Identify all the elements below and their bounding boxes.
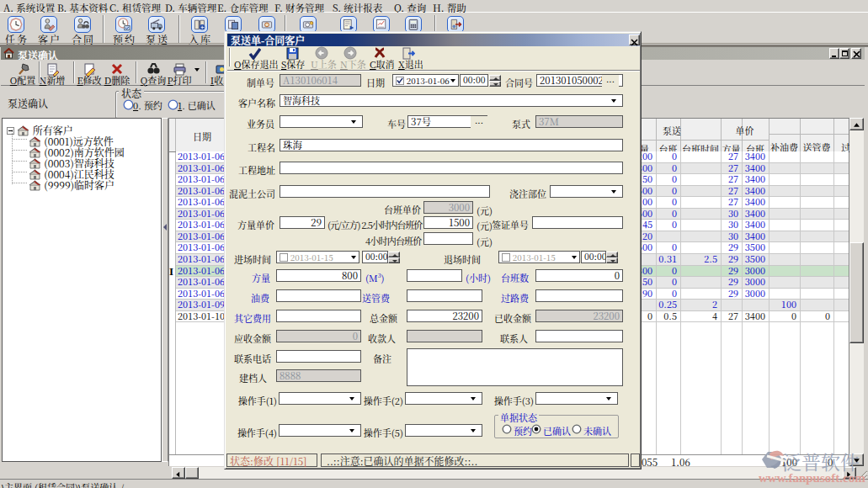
svg-text:www.fanpusoft.com: www.fanpusoft.com [759,471,865,485]
